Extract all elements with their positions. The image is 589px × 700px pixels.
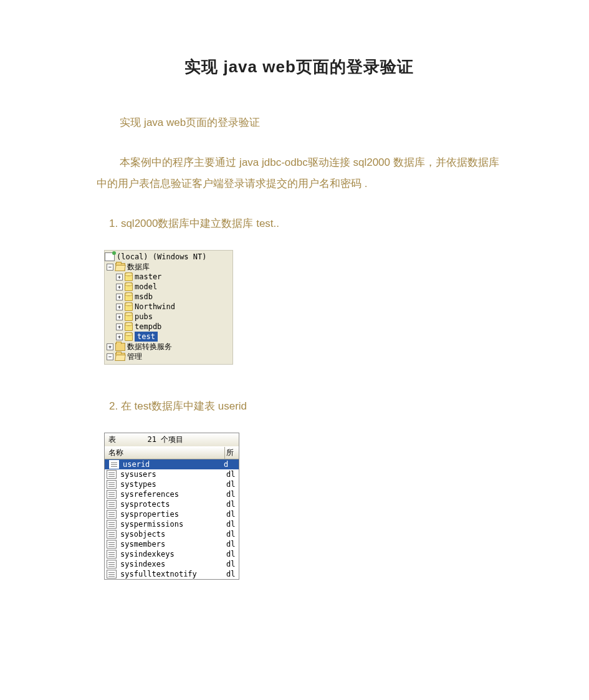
table-owner: dl (225, 520, 239, 529)
table-owner: dl (225, 550, 239, 559)
table-owner: dl (225, 570, 239, 578)
table-row[interactable]: useridd (105, 459, 239, 469)
table-name: sysmembers (118, 540, 225, 549)
table-row[interactable]: sysobjectsdl (105, 529, 239, 539)
table-icon (107, 480, 117, 489)
table-row[interactable]: sysreferencesdl (105, 489, 239, 499)
collapse-icon[interactable] (107, 264, 113, 271)
tree-db-item[interactable]: msdb (105, 292, 232, 302)
database-icon (125, 282, 133, 291)
tree-db-item[interactable]: master (105, 272, 232, 282)
tree-db-item[interactable]: pubs (105, 312, 232, 322)
table-row[interactable]: sysfulltextnotifydl (105, 569, 239, 579)
expand-icon[interactable] (116, 333, 123, 340)
tree-db-label: tempdb (135, 322, 161, 332)
table-list-column-header[interactable]: 名称 所 (105, 446, 239, 459)
expand-icon[interactable] (107, 343, 113, 350)
table-row[interactable]: sysindexkeysdl (105, 549, 239, 559)
table-icon (107, 550, 117, 559)
table-row[interactable]: sysusersdl (105, 469, 239, 479)
table-icon (107, 520, 117, 529)
tree-db-item[interactable]: model (105, 282, 232, 292)
tree-db-label: master (135, 272, 161, 282)
table-list-screenshot: 表 21 个项目 名称 所 useriddsysusersdlsystypesd… (104, 433, 239, 580)
database-icon (125, 322, 133, 331)
tree-db-label: pubs (135, 312, 153, 322)
db-tree-screenshot: (local) (Windows NT) 数据库 mastermodelmsdb… (104, 250, 233, 365)
table-icon (109, 460, 119, 469)
table-icon (107, 510, 117, 519)
table-owner: dl (225, 490, 239, 499)
tree-node-label: 数据转换服务 (127, 342, 172, 352)
table-name: syspermissions (118, 520, 225, 529)
expand-icon[interactable] (116, 294, 123, 300)
tree-databases-folder[interactable]: 数据库 (105, 262, 232, 272)
table-owner: dl (225, 480, 239, 489)
tree-db-item[interactable]: tempdb (105, 322, 232, 332)
table-icon (107, 530, 117, 539)
table-owner: dl (225, 540, 239, 549)
expand-icon[interactable] (116, 284, 123, 290)
table-icon (107, 570, 117, 578)
database-icon (125, 312, 133, 321)
collapse-icon[interactable] (107, 353, 113, 360)
intro-para: 本案例中的程序主要通过 java jdbc-odbc驱动连接 sql2000 数… (97, 152, 502, 194)
step-1: 1. sql2000数据库中建立数据库 test.. (109, 213, 502, 234)
tree-manage-folder[interactable]: 管理 (105, 352, 232, 362)
page-title: 实现 java web页面的登录验证 (97, 56, 502, 78)
server-icon (105, 252, 115, 261)
expand-icon[interactable] (116, 304, 123, 310)
database-icon (125, 302, 133, 311)
table-name: sysproperties (118, 510, 225, 519)
table-row[interactable]: systypesdl (105, 479, 239, 489)
table-name: systypes (118, 480, 225, 489)
table-row[interactable]: sysprotectsdl (105, 499, 239, 509)
tree-databases-label: 数据库 (127, 262, 150, 272)
database-icon (125, 292, 133, 301)
folder-icon (115, 263, 125, 271)
table-row[interactable]: sysmembersdl (105, 539, 239, 549)
tree-db-item[interactable]: Northwind (105, 302, 232, 312)
table-icon (107, 500, 117, 509)
database-icon (125, 332, 133, 341)
table-owner: dl (225, 470, 239, 479)
table-name: sysreferences (118, 490, 225, 499)
expand-icon[interactable] (116, 274, 123, 280)
tree-server-label: (local) (Windows NT) (117, 252, 207, 262)
table-owner: dl (225, 530, 239, 539)
table-owner: dl (225, 510, 239, 519)
table-rows: useriddsysusersdlsystypesdlsysreferences… (105, 459, 239, 579)
table-name: sysfulltextnotify (118, 570, 225, 578)
step-2: 2. 在 test数据库中建表 userid (109, 396, 502, 417)
table-list-header: 表 21 个项目 (105, 433, 239, 446)
tree-db-label: msdb (135, 292, 153, 302)
table-name: sysindexkeys (118, 550, 225, 559)
database-icon (125, 272, 133, 281)
table-icon (107, 490, 117, 499)
tree-node-label: 管理 (127, 352, 142, 362)
col-name[interactable]: 名称 (105, 447, 225, 459)
table-icon (107, 470, 117, 479)
expand-icon[interactable] (116, 314, 123, 320)
folder-icon (115, 353, 125, 361)
tree-dts-folder[interactable]: 数据转换服务 (105, 342, 232, 352)
tree-server[interactable]: (local) (Windows NT) (105, 252, 232, 262)
table-name: sysusers (118, 470, 225, 479)
subtitle-para: 实现 java web页面的登录验证 (97, 112, 502, 133)
table-owner: dl (225, 500, 239, 509)
tree-db-label: test (135, 332, 158, 342)
col-owner[interactable]: 所 (225, 447, 239, 459)
table-name: userid (121, 460, 223, 469)
tree-db-label: Northwind (135, 302, 175, 312)
table-owner: dl (225, 560, 239, 568)
tree-db-item[interactable]: test (105, 332, 232, 342)
table-icon (107, 540, 117, 549)
table-row[interactable]: sysindexesdl (105, 559, 239, 569)
table-row[interactable]: syspropertiesdl (105, 509, 239, 519)
expand-icon[interactable] (116, 324, 123, 330)
table-name: sysobjects (118, 530, 225, 539)
folder-icon (115, 343, 125, 351)
table-icon (107, 560, 117, 568)
table-owner: d (223, 460, 236, 469)
table-row[interactable]: syspermissionsdl (105, 519, 239, 529)
